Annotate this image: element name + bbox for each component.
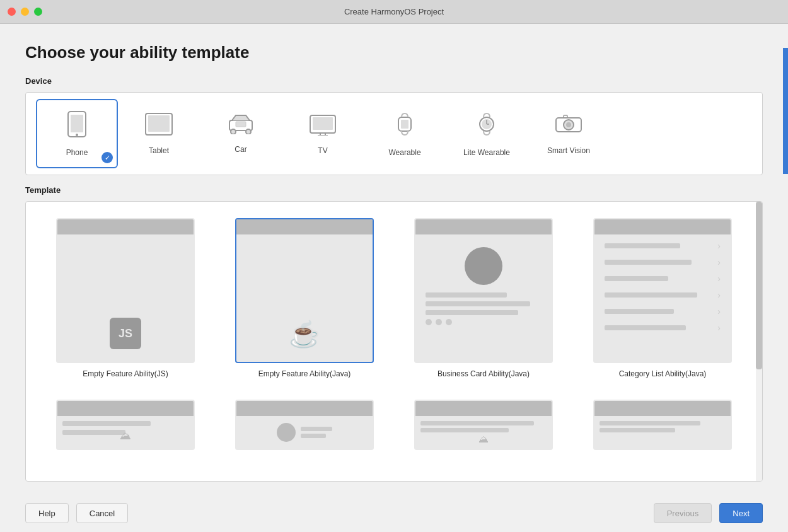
bc-dot3	[446, 319, 452, 325]
cat-row6: ›	[605, 323, 721, 333]
next-button[interactable]: Next	[719, 503, 763, 523]
svg-point-6	[231, 129, 236, 134]
svg-rect-4	[148, 115, 170, 132]
template-item-r2-3[interactable]: ⛰	[394, 393, 573, 466]
preview-header	[57, 219, 194, 234]
r2-3-line2	[420, 428, 509, 432]
previous-button[interactable]: Previous	[654, 503, 712, 523]
cat-arrow4: ›	[717, 290, 721, 300]
svg-point-7	[246, 129, 251, 134]
cat-row4: ›	[605, 290, 721, 300]
bc-line3	[426, 310, 518, 315]
r2-4-body	[594, 416, 731, 437]
minimize-button[interactable]	[21, 8, 29, 16]
template-name-business-card: Business Card Ability(Java)	[437, 369, 530, 378]
tv-label: TV	[318, 146, 327, 155]
wearable-label: Wearable	[388, 148, 420, 157]
cat-line2	[605, 260, 692, 265]
svg-rect-15	[401, 120, 408, 129]
bc-dots	[415, 315, 552, 325]
r2-3-line1	[420, 421, 534, 425]
r2-1-line1	[62, 421, 151, 426]
template-section: JS Empty Feature Ability(JS) ☕ Empty Fea…	[25, 201, 763, 482]
cat-content: › › ›	[594, 234, 731, 342]
r2-1-icon: ⛰	[120, 429, 131, 442]
cat-row5: ›	[605, 306, 721, 316]
footer: Help Cancel Previous Next	[0, 494, 788, 532]
cat-row1: ›	[605, 241, 721, 251]
template-scroll-thumb[interactable]	[756, 202, 762, 369]
car-icon	[227, 113, 255, 140]
wearable-icon	[395, 111, 414, 143]
cat-line3	[605, 276, 668, 281]
template-item-empty-js[interactable]: JS Empty Feature Ability(JS)	[36, 212, 215, 388]
template-name-empty-java: Empty Feature Ability(Java)	[258, 369, 351, 378]
device-item-car[interactable]: Car	[200, 99, 282, 168]
svg-point-2	[76, 134, 78, 136]
r2-4-line2	[600, 428, 675, 432]
template-preview-category-list: › › ›	[593, 218, 732, 363]
template-grid: JS Empty Feature Ability(JS) ☕ Empty Fea…	[26, 202, 762, 481]
phone-check: ✓	[101, 152, 113, 163]
template-name-category-list: Category List Ability(Java)	[619, 369, 707, 378]
help-button[interactable]: Help	[25, 503, 69, 523]
template-item-empty-java[interactable]: ☕ Empty Feature Ability(Java)	[215, 212, 394, 388]
svg-rect-8	[236, 122, 246, 127]
cat-arrow6: ›	[717, 323, 721, 333]
template-item-business-card[interactable]: Business Card Ability(Java)	[394, 212, 573, 388]
footer-right: Previous Next	[654, 503, 763, 523]
close-button[interactable]	[8, 8, 16, 16]
device-item-smart-vision[interactable]: Smart Vision	[528, 99, 610, 168]
device-item-phone[interactable]: Phone ✓	[36, 99, 118, 168]
template-name-empty-js: Empty Feature Ability(JS)	[83, 369, 168, 378]
r2-3-icon: ⛰	[478, 434, 489, 445]
r2-2-lines	[301, 427, 332, 438]
svg-rect-10	[313, 117, 333, 130]
template-preview-r2-3: ⛰	[414, 400, 553, 450]
svg-rect-23	[564, 115, 567, 118]
template-preview-empty-js: JS	[56, 218, 195, 363]
window-controls[interactable]	[8, 8, 42, 16]
preview-header	[415, 219, 552, 234]
r2-2-avatar	[277, 423, 296, 442]
bc-line2	[426, 301, 530, 306]
device-item-wearable[interactable]: Wearable	[364, 99, 446, 168]
cat-arrow1: ›	[717, 241, 721, 251]
sidebar-scrollbar[interactable]	[783, 48, 788, 174]
template-item-r2-2[interactable]	[215, 393, 394, 466]
preview-header-r2-2	[236, 401, 373, 416]
template-item-r2-4[interactable]	[573, 393, 752, 466]
window-title: Create HarmonyOS Project	[344, 7, 444, 16]
car-label: Car	[235, 145, 246, 154]
lite-wearable-label: Lite Wearable	[463, 148, 510, 157]
cat-row3: ›	[605, 274, 721, 284]
cat-line5	[605, 309, 674, 314]
r2-2-line1	[301, 427, 332, 431]
device-item-tablet[interactable]: Tablet	[118, 99, 200, 168]
bc-lines	[415, 292, 552, 315]
cat-line4	[605, 292, 697, 298]
preview-header-r2-3	[415, 401, 552, 416]
page-title: Choose your ability template	[25, 43, 763, 62]
tablet-label: Tablet	[149, 146, 169, 155]
r2-2-body	[236, 416, 373, 449]
lite-wearable-icon	[477, 111, 496, 143]
svg-point-22	[566, 122, 571, 127]
device-item-lite-wearable[interactable]: Lite Wearable	[446, 99, 528, 168]
device-item-tv[interactable]: TV	[282, 99, 364, 168]
preview-header-r2-4	[594, 401, 731, 416]
cancel-button[interactable]: Cancel	[76, 503, 128, 523]
phone-label: Phone	[66, 148, 88, 157]
r2-2-line2	[301, 434, 326, 438]
template-preview-empty-java: ☕	[235, 218, 374, 363]
preview-header	[594, 219, 731, 234]
template-item-category-list[interactable]: › › ›	[573, 212, 752, 388]
device-grid: Phone ✓ Tablet	[36, 99, 752, 168]
device-section-label: Device	[25, 76, 763, 86]
maximize-button[interactable]	[34, 8, 42, 16]
cat-line6	[605, 325, 686, 330]
template-section-label: Template	[25, 185, 763, 195]
phone-icon	[66, 111, 88, 143]
template-item-r2-1[interactable]: ⛰	[36, 393, 215, 466]
template-scroll-track[interactable]	[756, 202, 762, 481]
